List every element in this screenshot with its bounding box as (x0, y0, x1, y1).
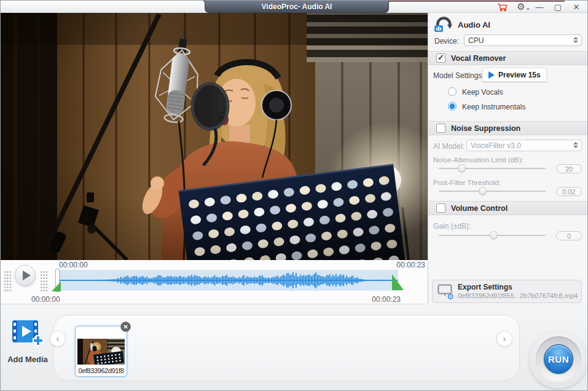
vocal-remover-checkbox[interactable] (436, 53, 445, 63)
media-bar: Add Media ‹ › (1, 304, 588, 391)
video-preview (1, 13, 428, 260)
window-title: VideoProc- Audio AI (205, 1, 389, 13)
gear-icon[interactable]: ⚙ ▾ (514, 1, 528, 12)
volume-control-checkbox[interactable] (436, 203, 445, 213)
minimize-button[interactable]: — (532, 1, 547, 12)
spinner-icon[interactable] (573, 37, 578, 43)
clip-thumbnail (77, 339, 125, 365)
slider-thumb[interactable] (490, 231, 498, 239)
model-settings-label: Model Settings: (433, 71, 484, 80)
slider-track[interactable] (439, 191, 546, 192)
slider-thumb[interactable] (458, 164, 466, 172)
keep-vocals-label: Keep Vocals (462, 88, 503, 97)
timeline-grip-left[interactable] (4, 271, 12, 291)
scroll-left-button[interactable]: ‹ (50, 331, 66, 347)
slider-thumb[interactable] (479, 187, 487, 195)
slider-track[interactable] (439, 168, 546, 169)
close-icon: ✕ (123, 323, 128, 330)
audio-waveform[interactable] (58, 270, 398, 291)
ai-model-label: AI Model: (433, 142, 465, 151)
close-button[interactable]: ✕ (569, 1, 584, 12)
gain-value[interactable]: 0 (556, 231, 582, 240)
app-window: VideoProc- Audio AI ⚙ ▾ — ▢ ✕ (0, 0, 588, 391)
add-media-icon (11, 319, 44, 349)
export-settings[interactable]: ⚙ Export Settings 0ef833962d91f855...2b7… (432, 280, 582, 303)
attenuation-value[interactable]: 20 (556, 164, 582, 173)
timeline-grip-right[interactable] (40, 271, 48, 291)
gain-label: Gain (±dB): (433, 222, 471, 231)
play-button[interactable] (15, 265, 36, 286)
threshold-value[interactable]: 0.02 (556, 187, 582, 196)
export-filename: 0ef833962d91f855...2b7b07674fc8.mp4 (458, 292, 578, 301)
export-gear-icon: ⚙ (447, 292, 454, 301)
timeline-start-time-bottom: 00:00:00 (31, 295, 60, 304)
play-icon (23, 271, 31, 280)
maximize-button[interactable]: ▢ (551, 1, 565, 12)
noise-suppression-checkbox[interactable] (436, 124, 445, 133)
preview-play-icon (488, 71, 495, 79)
export-settings-title: Export Settings (458, 283, 578, 292)
timeline: 00:00:00 00:00:23 00:00:00 00:00:23 (1, 260, 428, 304)
run-button[interactable]: RUN (544, 344, 573, 374)
audio-ai-icon (434, 15, 453, 34)
trim-handle-end[interactable] (392, 274, 404, 290)
ai-model-select[interactable]: VoiceFilter v3.0 (466, 140, 582, 151)
timeline-end-time-top: 00:00:23 (396, 261, 425, 269)
threshold-slider[interactable] (439, 187, 546, 195)
timeline-start-time-top: 00:00:00 (59, 261, 88, 269)
noise-suppression-title: Noise Suppression (451, 124, 520, 133)
chevron-left-icon: ‹ (57, 333, 60, 344)
settings-panel: Audio AI Device: CPU Vocal Remover Model… (428, 13, 588, 304)
clip-name: 0ef833962d91f8 (76, 367, 127, 374)
volume-control-title: Volume Control (451, 204, 508, 213)
device-value: CPU (468, 36, 484, 45)
timeline-end-time-bottom: 00:00:23 (372, 295, 401, 304)
panel-title: Audio AI (458, 20, 490, 30)
media-clip-card[interactable]: 0ef833962d91f8 ✕ (75, 326, 127, 377)
keep-instrumentals-radio[interactable] (448, 102, 457, 111)
vocal-remover-title: Vocal Remover (451, 54, 506, 63)
cart-icon[interactable] (495, 1, 510, 12)
keep-vocals-radio[interactable] (448, 87, 457, 96)
title-bar: VideoProc- Audio AI ⚙ ▾ — ▢ ✕ (1, 1, 587, 13)
chevron-right-icon: › (503, 333, 506, 344)
scroll-right-button[interactable]: › (496, 331, 512, 347)
add-media-label: Add Media (6, 355, 50, 364)
trim-handle-start[interactable] (52, 281, 61, 291)
export-settings-icon: ⚙ (437, 284, 452, 299)
threshold-label: Post-Filter Threshold: (433, 179, 501, 186)
spinner-icon[interactable] (573, 142, 578, 148)
device-label: Device: (434, 37, 459, 45)
ai-model-value: VoiceFilter v3.0 (471, 141, 521, 150)
gain-slider[interactable] (439, 231, 546, 239)
remove-clip-button[interactable]: ✕ (120, 322, 131, 332)
attenuation-slider[interactable] (439, 164, 546, 172)
add-media-button[interactable]: Add Media (6, 319, 50, 364)
device-select[interactable]: CPU (464, 34, 582, 46)
attenuation-label: Noise-Attenuation Limit (dB): (433, 156, 523, 164)
keep-instrumentals-label: Keep Instrumentals (462, 103, 525, 111)
gear-caret-icon: ▾ (527, 7, 529, 12)
preview-button[interactable]: Preview 15s (482, 68, 547, 82)
